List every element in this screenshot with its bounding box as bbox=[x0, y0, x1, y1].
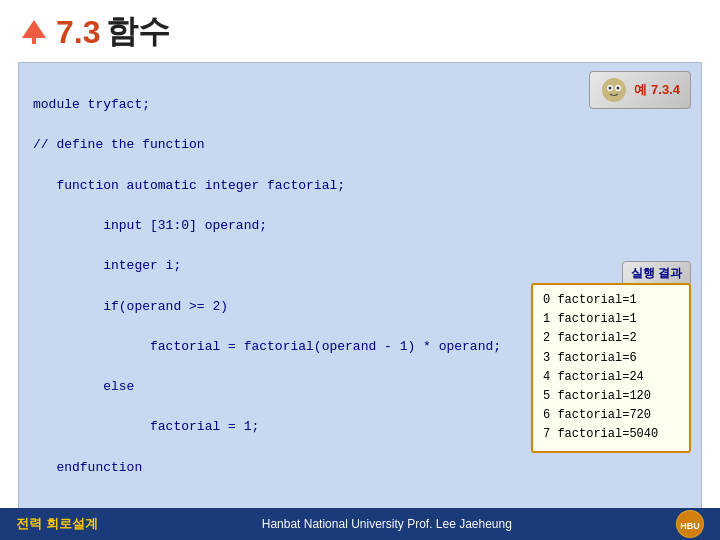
svg-marker-0 bbox=[22, 20, 46, 38]
example-badge-text: 예 7.3.4 bbox=[634, 81, 680, 99]
main-content-area: 예 7.3.4 module tryfact; // define the fu… bbox=[18, 62, 702, 540]
code-line-5: integer i; bbox=[33, 256, 687, 276]
header-icon bbox=[20, 18, 48, 46]
result-line-0: 0 factorial=1 bbox=[543, 291, 679, 310]
code-line-2: // define the function bbox=[33, 135, 687, 155]
page-header: 7.3 함수 bbox=[0, 0, 720, 62]
result-line-7: 7 factorial=5040 bbox=[543, 425, 679, 444]
result-line-1: 1 factorial=1 bbox=[543, 310, 679, 329]
result-line-6: 6 factorial=720 bbox=[543, 406, 679, 425]
page-footer: 전력 회로설계 Hanbat National University Prof.… bbox=[0, 508, 720, 540]
result-output-box: 0 factorial=1 1 factorial=1 2 factorial=… bbox=[531, 283, 691, 453]
result-line-5: 5 factorial=120 bbox=[543, 387, 679, 406]
svg-point-5 bbox=[609, 87, 612, 90]
code-line-3: function automatic integer factorial; bbox=[33, 176, 687, 196]
svg-rect-1 bbox=[32, 38, 36, 44]
code-line-10: endfunction bbox=[33, 458, 687, 478]
result-line-3: 3 factorial=6 bbox=[543, 349, 679, 368]
example-badge-icon bbox=[600, 76, 628, 104]
section-title: 함수 bbox=[106, 10, 170, 54]
svg-text:HBU: HBU bbox=[680, 521, 700, 531]
svg-point-6 bbox=[617, 87, 620, 90]
section-number: 7.3 bbox=[56, 14, 100, 51]
svg-point-2 bbox=[602, 78, 626, 102]
footer-logo: HBU bbox=[676, 510, 704, 538]
footer-center-label: Hanbat National University Prof. Lee Jae… bbox=[98, 517, 676, 531]
result-line-2: 2 factorial=2 bbox=[543, 329, 679, 348]
example-badge: 예 7.3.4 bbox=[589, 71, 691, 109]
code-line-4: input [31:0] operand; bbox=[33, 216, 687, 236]
footer-left-label: 전력 회로설계 bbox=[16, 515, 98, 533]
result-line-4: 4 factorial=24 bbox=[543, 368, 679, 387]
